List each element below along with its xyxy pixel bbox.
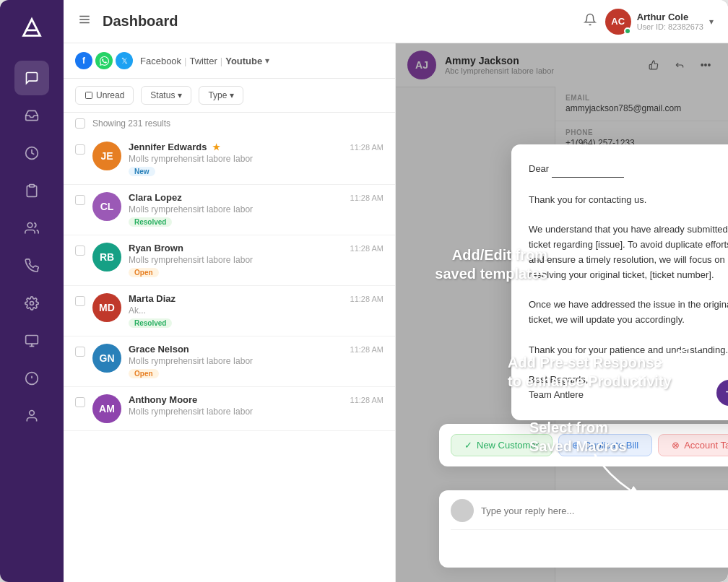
reply-input[interactable]	[481, 505, 728, 516]
sidebar-item-phone[interactable]	[14, 248, 49, 283]
status-filter-button[interactable]: Status ▾	[141, 86, 191, 105]
template-text: Dear Thank you for contacting us. We und…	[529, 162, 728, 403]
reply-avatar	[451, 499, 474, 522]
facebook-tab[interactable]: Facebook	[140, 56, 181, 66]
message-time: 11:28 AM	[350, 396, 384, 404]
message-time: 11:28 AM	[350, 295, 384, 303]
status-badge: Open	[129, 369, 159, 378]
message-preview: Ak...	[129, 305, 384, 316]
message-preview: Molls rymprehensirt labore Iabor	[129, 255, 384, 265]
conv-checkbox[interactable]	[75, 195, 85, 205]
avatar: AC	[605, 9, 631, 35]
avatar: AM	[92, 394, 121, 423]
dear-blank	[552, 162, 624, 178]
avatar: MD	[92, 293, 121, 322]
avatar: GN	[92, 344, 121, 373]
conv-checkbox[interactable]	[75, 347, 85, 357]
youtube-tab[interactable]: Youtube	[225, 56, 262, 66]
facebook-icon[interactable]: f	[75, 52, 92, 69]
star-icon: ★	[212, 142, 220, 152]
sidebar-item-clipboard[interactable]	[14, 173, 49, 208]
x-circle-icon: ⊗	[672, 440, 680, 451]
filter-bar: Unread Status ▾ Type ▾	[64, 79, 395, 113]
conv-checkbox[interactable]	[75, 144, 85, 155]
sidebar-item-info[interactable]	[14, 361, 49, 396]
svg-rect-4	[26, 336, 38, 344]
twitter-icon[interactable]: 𝕏	[116, 52, 133, 69]
status-badge: New	[129, 167, 155, 176]
unread-filter-button[interactable]: Unread	[75, 86, 134, 105]
results-bar: Showing 231 results	[64, 113, 395, 134]
page-title: Dashboard	[103, 13, 572, 30]
contact-name: Grace Nelson	[129, 344, 189, 355]
sidebar-item-inbox[interactable]	[14, 98, 49, 133]
table-row[interactable]: GN Grace Nelson 11:28 AM Molls rymprehen…	[64, 336, 395, 387]
message-time: 11:28 AM	[350, 194, 384, 202]
type-filter-button[interactable]: Type ▾	[199, 86, 243, 105]
message-preview: Molls rymprehensirt labore Iabor	[129, 154, 384, 164]
plus-circle-icon: ⊕	[572, 440, 580, 451]
svg-rect-1	[30, 185, 35, 187]
table-row[interactable]: JE Jennifer Edwards ★ 11:28 AM Molls rym…	[64, 134, 395, 185]
contact-name: Anthony Moore	[129, 394, 197, 405]
sidebar-item-monitor[interactable]	[14, 323, 49, 358]
notification-bell-icon[interactable]	[584, 13, 597, 30]
sidebar-item-settings[interactable]	[14, 286, 49, 321]
conv-checkbox[interactable]	[75, 397, 85, 407]
user-id: User ID: 82382673	[637, 22, 703, 31]
contact-name: Marta Diaz	[129, 293, 176, 304]
select-all-checkbox[interactable]	[75, 118, 85, 129]
status-badge: Resolved	[129, 318, 172, 328]
message-preview: Molls rymprehensirt labore Iabor	[129, 407, 384, 417]
macro-new-customer[interactable]: ✓ New Customer	[451, 434, 552, 456]
hamburger-icon[interactable]	[78, 13, 91, 30]
sidebar-item-conversations[interactable]	[14, 61, 49, 95]
macros-bar: ✓ New Customer ⊕ Duplicate Bill ⊗ Accoun…	[439, 424, 728, 466]
right-panel: AJ Ammy Jackson Abc Iymprehensirt Iabore…	[396, 43, 728, 582]
sidebar-item-contacts[interactable]	[14, 211, 49, 246]
message-time: 11:28 AM	[350, 143, 384, 152]
avatar: RB	[92, 243, 121, 272]
macro-account-takeover[interactable]: ⊗ Account Take Over	[658, 434, 728, 456]
sidebar-item-user[interactable]	[14, 399, 49, 433]
app-logo	[16, 12, 48, 43]
sidebar	[0, 0, 64, 582]
left-panel: f 𝕏 Facebook | Twitter | You	[64, 43, 396, 582]
table-row[interactable]: AM Anthony Moore 11:28 AM Molls rymprehe…	[64, 387, 395, 431]
check-icon: ✓	[464, 440, 472, 451]
svg-point-10	[30, 411, 35, 416]
macro-duplicate-bill[interactable]: ⊕ Duplicate Bill	[558, 434, 652, 456]
reply-box: Whisper	[439, 490, 728, 568]
sidebar-item-clock[interactable]	[14, 136, 49, 170]
status-badge: Resolved	[129, 217, 172, 227]
contact-name: Jennifer Edwards ★	[129, 142, 220, 152]
top-header: Dashboard AC Arthur Cole User ID: 82	[64, 0, 728, 43]
channel-dropdown-icon[interactable]: ▾	[265, 56, 269, 66]
svg-rect-14	[86, 92, 92, 99]
avatar: CL	[92, 192, 121, 221]
channel-header: f 𝕏 Facebook | Twitter | You	[64, 43, 395, 79]
contact-name: Ryan Brown	[129, 243, 183, 253]
table-row[interactable]: MD Marta Diaz 11:28 AM Ak... Resolved	[64, 286, 395, 336]
table-row[interactable]: CL Clara Lopez 11:28 AM Molls rymprehens…	[64, 185, 395, 235]
online-indicator	[624, 27, 631, 35]
user-avatar-container[interactable]: AC Arthur Cole User ID: 82382673 ▾	[605, 9, 714, 35]
message-preview: Molls rymprehensirt labore Iabor	[129, 356, 384, 366]
results-count: Showing 231 results	[92, 118, 170, 129]
user-name: Arthur Cole	[637, 12, 703, 22]
contact-name: Clara Lopez	[129, 192, 182, 203]
table-row[interactable]: RB Ryan Brown 11:28 AM Molls rymprehensi…	[64, 235, 395, 286]
conv-checkbox[interactable]	[75, 296, 85, 306]
user-dropdown-arrow-icon[interactable]: ▾	[709, 17, 714, 27]
message-time: 11:28 AM	[350, 244, 384, 253]
avatar: JE	[92, 142, 121, 170]
conv-checkbox[interactable]	[75, 246, 85, 256]
message-time: 11:28 AM	[350, 345, 384, 354]
conversation-list: JE Jennifer Edwards ★ 11:28 AM Molls rym…	[64, 134, 395, 582]
template-modal: Dear Thank you for contacting us. We und…	[511, 144, 728, 420]
message-preview: Molls rymprehensirt labore Iabor	[129, 204, 384, 214]
status-badge: Open	[129, 268, 159, 277]
twitter-tab[interactable]: Twitter	[189, 56, 217, 66]
svg-point-2	[27, 223, 32, 228]
whatsapp-icon[interactable]	[95, 52, 113, 69]
